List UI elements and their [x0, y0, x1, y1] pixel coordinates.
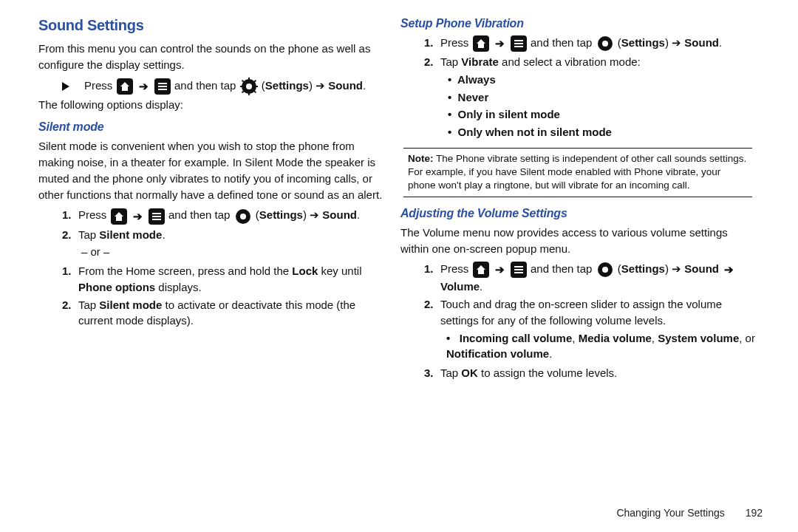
svg-point-27: [602, 267, 608, 273]
svg-rect-0: [158, 83, 167, 84]
sound-settings-heading: Sound Settings: [38, 15, 386, 36]
setup-vibration-heading: Setup Phone Vibration: [400, 15, 755, 32]
svg-rect-2: [158, 89, 167, 90]
list-item: Only when not in silent mode: [448, 124, 755, 140]
menu-icon: [154, 78, 171, 95]
svg-point-22: [602, 41, 608, 47]
svg-rect-24: [514, 269, 523, 270]
list-item: Always: [448, 72, 755, 88]
svg-rect-5: [248, 78, 250, 81]
home-icon: [117, 78, 133, 95]
list-item: Incoming call volume, Media volume, Syst…: [446, 330, 755, 363]
page-body: Sound Settings From this menu you can co…: [0, 0, 798, 502]
vol-step-2: 2. Touch and drag the on-screen slider t…: [424, 296, 755, 329]
volume-types-list: Incoming call volume, Media volume, Syst…: [400, 330, 755, 363]
or-divider: – or –: [81, 244, 386, 260]
vibration-options-list: Always Never Only in silent mode Only wh…: [400, 72, 755, 140]
silent-mode-paragraph: Silent mode is convenient when you wish …: [38, 138, 386, 202]
menu-icon: [149, 208, 165, 225]
svg-rect-8: [255, 86, 258, 87]
svg-rect-23: [514, 266, 523, 267]
alt-step-1: 1. From the Home screen, press and hold …: [62, 263, 386, 296]
vol-step-1: 1. Press ➔ and then tap (Settings) ➔ Sou…: [424, 261, 755, 295]
left-column: Sound Settings From this menu you can co…: [31, 15, 393, 495]
silent-mode-heading: Silent mode: [38, 118, 386, 135]
gear-icon: [234, 208, 252, 225]
svg-rect-18: [514, 40, 523, 41]
note-box: Note: The Phone vibrate setting is indep…: [403, 148, 752, 197]
intro-paragraph: From this menu you can control the sound…: [38, 41, 386, 73]
svg-rect-14: [152, 216, 161, 217]
page-number: 192: [746, 507, 763, 519]
home-icon: [111, 208, 127, 225]
arrow-icon: ➔: [133, 208, 143, 225]
gear-icon: [596, 261, 614, 279]
svg-rect-15: [152, 219, 161, 220]
gear-icon: [596, 35, 614, 52]
svg-point-17: [240, 214, 246, 219]
arrow-icon: ➔: [495, 35, 505, 52]
gear-icon: [240, 78, 258, 95]
vol-step-3: 3. Tap OK to assign the volume levels.: [424, 365, 755, 381]
note-body: The Phone vibrate setting is independent…: [408, 153, 746, 191]
svg-rect-6: [248, 92, 250, 95]
alt-step-2: 2. Tap Silent mode to activate or deacti…: [62, 297, 386, 330]
svg-rect-1: [158, 86, 167, 87]
svg-rect-13: [152, 213, 161, 214]
right-column: Setup Phone Vibration 1. Press ➔ and the…: [393, 15, 763, 495]
step-1: 1. Press ➔ and then tap (Settings) ➔ Sou…: [62, 207, 386, 225]
adjust-volume-heading: Adjusting the Volume Settings: [400, 205, 755, 222]
footer-section: Changing Your Settings: [616, 507, 724, 519]
svg-rect-19: [514, 43, 523, 44]
step-2: 2. Tap Silent mode.: [62, 227, 386, 243]
arrow-icon: ➔: [139, 78, 149, 95]
note-label: Note:: [408, 153, 434, 164]
page-footer: Changing Your Settings 192: [616, 507, 763, 519]
list-item: Only in silent mode: [448, 106, 755, 123]
arrow-icon: ➔: [495, 262, 505, 278]
menu-icon: [511, 262, 527, 278]
svg-rect-7: [240, 86, 243, 87]
vibe-step-1: 1. Press ➔ and then tap (Settings) ➔ Sou…: [424, 35, 755, 52]
svg-rect-25: [514, 272, 523, 273]
adjust-volume-paragraph: The Volume menu now provides access to v…: [400, 225, 755, 257]
list-item: Never: [448, 89, 755, 106]
vibe-step-2: 2. Tap Vibrate and select a vibration mo…: [424, 54, 755, 70]
menu-icon: [511, 35, 527, 52]
nav-instruction: Press ➔ and then tap (Settings) ➔ Sound.: [62, 78, 386, 95]
svg-rect-20: [514, 46, 523, 47]
following-text: The following options display:: [38, 97, 386, 113]
home-icon: [473, 262, 489, 278]
play-icon: [62, 82, 69, 91]
home-icon: [473, 35, 489, 52]
svg-point-4: [246, 83, 252, 89]
